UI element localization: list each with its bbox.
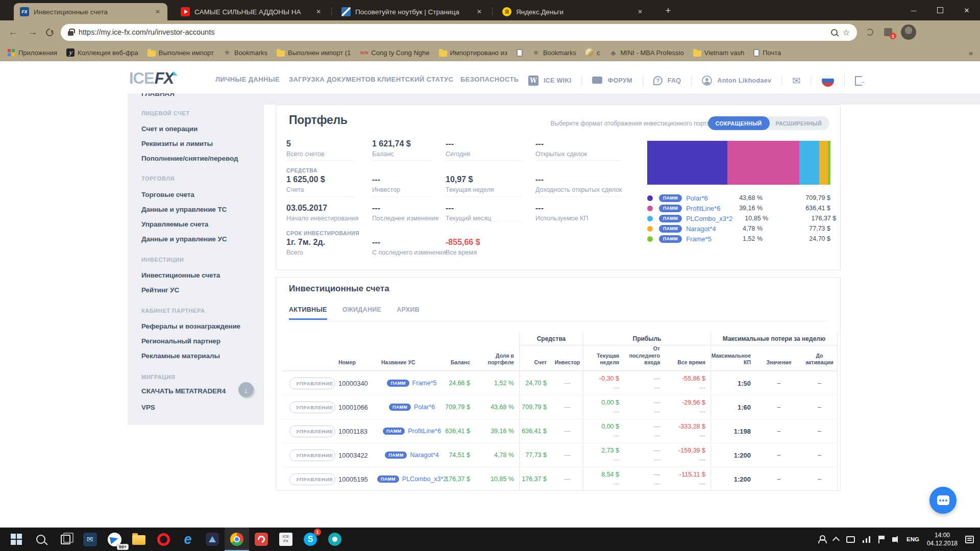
taskbar-app-edge[interactable] [176, 528, 200, 551]
legend-account-link[interactable]: PLCombo_x3*2 [686, 215, 732, 222]
language-indicator[interactable]: ENG [906, 536, 919, 542]
sidebar-item[interactable]: Реквизиты и лимиты [141, 140, 260, 147]
sidebar-item[interactable]: Рефералы и вознаграждение [141, 322, 260, 330]
bookmark-item[interactable]: Импортировано из [439, 49, 507, 57]
logout-icon[interactable] [855, 76, 863, 86]
defender-tray-icon[interactable] [878, 536, 885, 543]
chat-fab-button[interactable] [929, 487, 957, 514]
sidebar-item[interactable]: Данные и управление УС [141, 235, 260, 243]
taskbar-app-chrome[interactable] [225, 528, 249, 551]
taskbar-app-icefx-app[interactable] [274, 528, 298, 551]
wiki-icon[interactable] [528, 76, 538, 86]
manage-button[interactable]: УПРАВЛЕНИЕ [289, 449, 335, 461]
bookmark-star-icon[interactable] [843, 28, 850, 37]
browser-tab[interactable]: САМЫЕ СИЛЬНЫЕ АДДОНЫ НА [175, 3, 328, 20]
zoom-icon[interactable] [831, 29, 838, 36]
forum-link[interactable]: ФОРУМ [607, 77, 632, 84]
bookmark-item[interactable]: MINI - MBA Professio [609, 48, 683, 57]
bookmark-item[interactable]: Приложения [7, 48, 57, 57]
sidebar-item[interactable]: VPS [141, 404, 260, 411]
sidebar-item[interactable]: Управляемые счета [141, 220, 260, 228]
wiki-link[interactable]: ICE WIKI [544, 77, 571, 84]
bookmark-item[interactable]: Bookmarks [532, 48, 576, 57]
volume-tray-icon[interactable] [892, 537, 896, 542]
tab-close-icon[interactable] [475, 7, 484, 16]
action-center-icon[interactable] [965, 536, 974, 543]
badged-extension-icon[interactable]: 1 [883, 27, 894, 38]
faq-link[interactable]: FAQ [668, 77, 681, 84]
taskbar-app-red-app[interactable] [249, 528, 274, 551]
sidebar-item-glavnaya[interactable]: ГЛАВНАЯ [141, 93, 260, 97]
bookmark-item[interactable]: Vietnam vash [693, 49, 745, 57]
forum-icon[interactable] [592, 77, 602, 84]
sync-extension-icon[interactable] [864, 27, 875, 38]
accounts-tab[interactable]: АРХИВ [397, 306, 420, 320]
account-link[interactable]: Polar*6 [414, 404, 435, 411]
window-minimize-button[interactable] [900, 0, 927, 20]
nav-item[interactable]: ЛИЧНЫЕ ДАННЫЕ [215, 76, 280, 83]
account-link[interactable]: Frame*5 [412, 380, 437, 387]
bookmark-item[interactable]: c [585, 48, 600, 57]
manage-button[interactable]: УПРАВЛЕНИЕ [289, 378, 335, 389]
network-tray-icon[interactable] [863, 536, 871, 543]
taskbar-app-task-view[interactable] [53, 528, 78, 551]
bookmark-item[interactable] [517, 49, 523, 57]
accounts-tab[interactable]: ОЖИДАНИЕ [342, 306, 382, 320]
taskbar-app-search[interactable] [29, 528, 53, 551]
taskbar-app-messenger[interactable]: 99+ [102, 528, 127, 551]
display-tray-icon[interactable] [846, 536, 855, 543]
sidebar-item[interactable]: Региональный партнер [141, 337, 260, 345]
language-flag-icon[interactable] [822, 74, 834, 87]
legend-account-link[interactable]: Frame*5 [686, 235, 712, 243]
bookmarks-overflow-chevron[interactable]: » [969, 48, 973, 57]
bookmark-item[interactable]: Коллекция веб-фра [66, 48, 138, 57]
address-bar[interactable]: https://my.ice-fx.com/ru/investor-accoun… [61, 24, 857, 41]
url-text[interactable]: https://my.ice-fx.com/ru/investor-accoun… [79, 28, 826, 36]
download-metatrader-icon[interactable] [238, 382, 254, 397]
format-option-compact[interactable]: СОКРАЩЕННЫЙ [708, 116, 770, 130]
tray-expand-chevron-icon[interactable] [832, 537, 840, 544]
taskbar-app-mail-app[interactable] [78, 528, 102, 551]
legend-account-link[interactable]: ProfitLine*6 [686, 205, 720, 212]
account-link[interactable]: Naragot*4 [410, 452, 438, 459]
taskbar-app-file-explorer[interactable] [127, 528, 151, 551]
bookmark-item[interactable]: Cong ty Cong Nghe [360, 48, 429, 57]
nav-item[interactable]: ЗАГРУЗКА ДОКУМЕНТОВ [289, 76, 376, 83]
bookmark-item[interactable]: Выполнен импорт (1 [277, 49, 351, 57]
tab-close-icon[interactable] [635, 7, 645, 16]
ssl-lock-icon[interactable] [68, 31, 74, 36]
taskbar-app-opera[interactable] [151, 528, 176, 551]
manage-button[interactable]: УПРАВЛЕНИЕ [289, 473, 335, 485]
faq-icon[interactable] [653, 76, 663, 85]
manage-button[interactable]: УПРАВЛЕНИЕ [289, 425, 335, 437]
bookmark-item[interactable]: Bookmarks [223, 48, 267, 57]
taskbar-app-teal-app[interactable] [323, 528, 347, 551]
window-close-button[interactable] [953, 0, 980, 20]
browser-tab[interactable]: Инвестиционные счета [14, 3, 167, 20]
format-option-extended[interactable]: РАСШИРЕННЫЙ [765, 116, 829, 130]
taskbar-app-dark-app[interactable] [200, 528, 225, 551]
sidebar-item[interactable]: Инвестиционные счета [141, 271, 260, 279]
sidebar-item[interactable]: Пополнение/снятие/перевод [141, 155, 260, 162]
taskbar-clock[interactable]: 14:00 04.12.2018 [927, 531, 958, 547]
sidebar-item[interactable]: Данные и управление ТС [141, 206, 260, 213]
nav-item[interactable]: КЛИЕНТСКИЙ СТАТУС [377, 76, 453, 83]
sidebar-item[interactable]: Счет и операции [141, 125, 260, 133]
browser-tab[interactable]: Посоветуйте ноутбук | Страница [335, 3, 489, 20]
bookmark-item[interactable]: Выполнен импорт [148, 49, 214, 57]
accounts-tab[interactable]: АКТИВНЫЕ [289, 306, 327, 320]
legend-account-link[interactable]: Polar*6 [686, 194, 708, 202]
reload-button[interactable] [44, 27, 55, 37]
browser-tab[interactable]: Яндекс.Деньги [496, 3, 650, 20]
sidebar-item[interactable]: Рейтинг УС [141, 286, 260, 294]
people-tray-icon[interactable] [818, 535, 826, 543]
bookmark-item[interactable]: Почта [753, 49, 781, 57]
icefx-logo[interactable]: ICE FX [129, 69, 174, 88]
profile-avatar[interactable] [901, 24, 916, 40]
back-button[interactable] [7, 27, 19, 38]
legend-account-link[interactable]: Naragot*4 [686, 225, 716, 233]
tab-close-icon[interactable] [153, 7, 162, 16]
username-link[interactable]: Anton Likhodaev [717, 77, 771, 84]
sidebar-item[interactable]: Рекламные материалы [141, 352, 260, 360]
manage-button[interactable]: УПРАВЛЕНИЕ [289, 402, 335, 413]
